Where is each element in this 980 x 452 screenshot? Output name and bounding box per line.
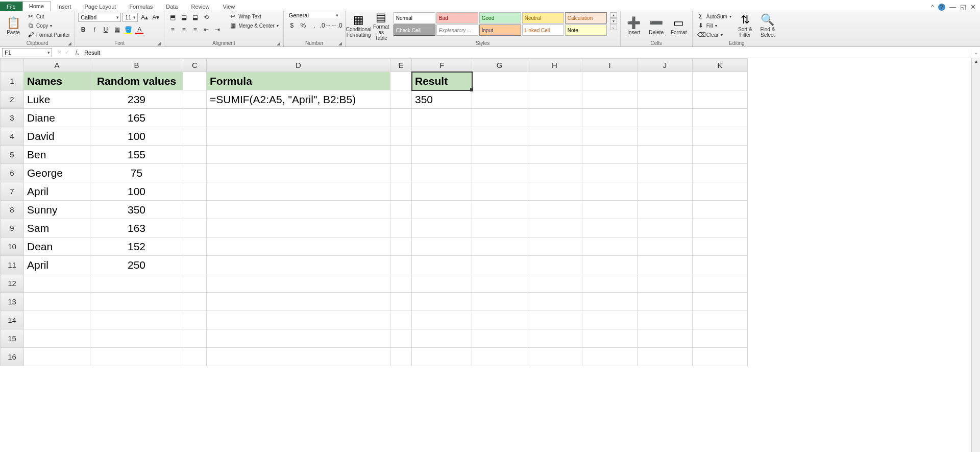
cell-E12[interactable] [390,274,412,293]
help-icon[interactable]: ? [938,4,945,11]
cut-button[interactable]: ✂Cut [26,12,71,20]
cell-B16[interactable] [90,348,183,366]
cell-H10[interactable] [527,237,582,256]
cell-D12[interactable] [207,274,390,293]
cell-K11[interactable] [693,256,748,274]
number-format-select[interactable]: General [287,12,340,18]
increase-indent-button[interactable]: ⇥ [212,25,223,35]
conditional-formatting-button[interactable]: ▦Conditional Formatting [349,12,369,39]
cell-K7[interactable] [693,182,748,201]
cell-C4[interactable] [183,127,207,146]
cell-E11[interactable] [390,256,412,274]
cell-G7[interactable] [472,182,527,201]
tab-insert[interactable]: Insert [51,2,78,11]
row-header-15[interactable]: 15 [1,329,24,348]
col-header-G[interactable]: G [472,59,527,72]
cell-K5[interactable] [693,146,748,164]
align-center-button[interactable]: ≡ [179,25,189,35]
cell-A14[interactable] [24,311,90,329]
cell-F2[interactable]: 350 [412,90,472,109]
cell-B6[interactable]: 75 [90,164,183,182]
alignment-launcher[interactable]: ◢ [277,41,280,46]
cell-B11[interactable]: 250 [90,256,183,274]
cell-D15[interactable] [207,329,390,348]
cell-A3[interactable]: Diane [24,109,90,127]
select-all-corner[interactable] [1,59,24,72]
align-top-button[interactable]: ⬒ [167,12,178,22]
cell-G3[interactable] [472,109,527,127]
ribbon-minimize-icon[interactable]: ^ [931,3,934,11]
cell-I2[interactable] [582,90,638,109]
cell-K16[interactable] [693,348,748,366]
cell-J9[interactable] [638,219,693,237]
cell-K15[interactable] [693,329,748,348]
border-button[interactable]: ▦ [112,25,122,35]
cell-G16[interactable] [472,348,527,366]
cell-K9[interactable] [693,219,748,237]
styles-up-button[interactable]: ▴ [610,12,617,18]
cell-K4[interactable] [693,127,748,146]
window-close-icon[interactable]: ✕ [970,3,976,11]
cell-D10[interactable] [207,237,390,256]
cell-F6[interactable] [412,164,472,182]
cell-I13[interactable] [582,293,638,311]
window-minimize-icon[interactable]: — [949,3,956,11]
cell-K8[interactable] [693,201,748,219]
formula-input[interactable] [82,50,971,56]
cell-H5[interactable] [527,146,582,164]
enter-formula-icon[interactable]: ✓ [65,49,69,56]
format-painter-button[interactable]: 🖌Format Painter [26,31,71,39]
col-header-H[interactable]: H [527,59,582,72]
row-header-4[interactable]: 4 [1,127,24,146]
cell-B15[interactable] [90,329,183,348]
cell-G4[interactable] [472,127,527,146]
cell-I12[interactable] [582,274,638,293]
col-header-J[interactable]: J [638,59,693,72]
italic-button[interactable]: I [89,25,100,35]
styles-down-button[interactable]: ▾ [610,18,617,24]
row-header-13[interactable]: 13 [1,293,24,311]
format-cells-button[interactable]: ▭Format [669,12,689,39]
window-restore-icon[interactable]: ◱ [960,3,966,11]
cell-J1[interactable] [638,72,693,90]
percent-button[interactable]: % [298,20,308,31]
cell-B3[interactable]: 165 [90,109,183,127]
delete-cells-button[interactable]: ➖Delete [646,12,667,39]
cell-D1[interactable]: Formula [207,72,390,90]
cell-E1[interactable] [390,72,412,90]
cell-E5[interactable] [390,146,412,164]
cell-C12[interactable] [183,274,207,293]
cell-E14[interactable] [390,311,412,329]
cell-H13[interactable] [527,293,582,311]
style-neutral[interactable]: Neutral [522,12,564,23]
align-right-button[interactable]: ≡ [190,25,200,35]
cell-C9[interactable] [183,219,207,237]
sort-filter-button[interactable]: ⇅Sort & Filter [735,12,755,39]
cell-I8[interactable] [582,201,638,219]
cell-J7[interactable] [638,182,693,201]
cell-I5[interactable] [582,146,638,164]
cell-H8[interactable] [527,201,582,219]
cell-A13[interactable] [24,293,90,311]
cell-A10[interactable]: Dean [24,237,90,256]
cell-J13[interactable] [638,293,693,311]
cell-C1[interactable] [183,72,207,90]
style-note[interactable]: Note [565,25,607,36]
cell-G5[interactable] [472,146,527,164]
cell-K6[interactable] [693,164,748,182]
cell-A5[interactable]: Ben [24,146,90,164]
grid-table[interactable]: ABCDEFGHIJK 1NamesRandom valuesFormulaRe… [0,58,748,366]
cell-E3[interactable] [390,109,412,127]
font-color-button[interactable]: A [134,25,144,35]
cell-A1[interactable]: Names [24,72,90,90]
cell-D4[interactable] [207,127,390,146]
cell-D6[interactable] [207,164,390,182]
cell-C14[interactable] [183,311,207,329]
cell-E16[interactable] [390,348,412,366]
clear-button[interactable]: ⌫Clear▾ [696,31,733,39]
cancel-formula-icon[interactable]: ✕ [57,49,62,56]
bold-button[interactable]: B [78,25,88,35]
cell-C5[interactable] [183,146,207,164]
row-header-16[interactable]: 16 [1,348,24,366]
cell-C15[interactable] [183,329,207,348]
